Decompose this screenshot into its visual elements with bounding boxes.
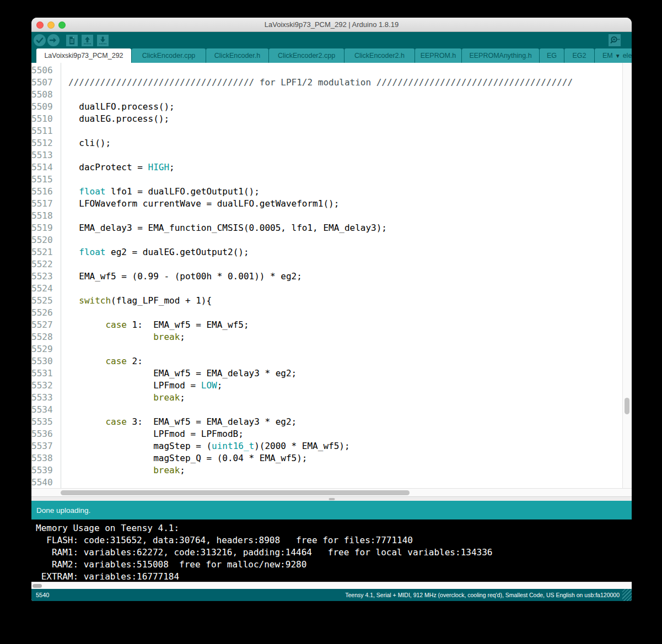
code-text: dualEG.process(); xyxy=(55,113,169,125)
code-line[interactable]: 5513 xyxy=(31,149,632,161)
code-line[interactable]: 5524 xyxy=(31,283,632,295)
window-title: LaVoixski9p73_PCM_292 | Arduino 1.8.19 xyxy=(31,18,632,31)
horizontal-scrollbar[interactable] xyxy=(31,488,632,496)
console-scrollbar-thumb[interactable] xyxy=(33,584,42,588)
code-line[interactable]: 5528 break; xyxy=(31,331,632,343)
code-line[interactable]: 5507/////////////////////////////////// … xyxy=(31,77,632,89)
code-text: float lfo1 = dualLFO.getOutput1(); xyxy=(55,186,260,198)
horizontal-scrollbar-thumb[interactable] xyxy=(61,490,410,495)
tab-EEPROMAnything.h[interactable]: EEPROMAnything.h xyxy=(462,48,539,63)
code-line[interactable]: 5525 switch(flag_LPF_mod + 1){ xyxy=(31,295,632,307)
code-text: switch(flag_LPF_mod + 1){ xyxy=(55,295,212,307)
code-line[interactable]: 5509 dualLFO.process(); xyxy=(31,101,632,113)
code-line[interactable]: 5508 xyxy=(31,89,632,101)
resize-grip[interactable] xyxy=(622,589,632,601)
code-line[interactable]: 5534 xyxy=(31,404,632,416)
code-text: break; xyxy=(55,392,185,404)
vertical-scrollbar[interactable] xyxy=(622,63,632,488)
code-line[interactable]: 5526 xyxy=(31,307,632,319)
maximize-button[interactable] xyxy=(58,21,66,29)
code-line[interactable]: 5538 magStep_Q = (0.04 * EMA_wf5); xyxy=(31,452,632,464)
code-line[interactable]: 5529 xyxy=(31,343,632,355)
open-up-arrow-icon xyxy=(82,35,93,46)
code-text: /////////////////////////////////// for … xyxy=(55,77,573,89)
code-line[interactable]: 5510 dualEG.process(); xyxy=(31,113,632,125)
tab-LaVoixski9p73_PCM_292[interactable]: LaVoixski9p73_PCM_292 xyxy=(36,48,131,63)
code-text: float eg2 = dualEG.getOutput2(); xyxy=(55,246,249,258)
code-text xyxy=(55,125,68,137)
code-line[interactable]: 5527 case 1: EMA_wf5 = EMA_wf5; xyxy=(31,319,632,331)
vertical-scrollbar-thumb[interactable] xyxy=(625,398,629,414)
tab-label: LaVoixski9p73_PCM_292 xyxy=(44,52,123,59)
line-number: 5507 xyxy=(31,77,55,89)
tab-label: ClickEncoder.cpp xyxy=(142,52,196,59)
tab-ClickEncoder.h[interactable]: ClickEncoder.h xyxy=(206,48,268,63)
tab-ClickEncoder.cpp[interactable]: ClickEncoder.cpp xyxy=(132,48,206,63)
splitter-grip-icon[interactable] xyxy=(329,498,335,500)
console-scrollbar[interactable] xyxy=(31,582,632,589)
current-line-indicator: 5540 xyxy=(36,592,49,598)
line-number: 5517 xyxy=(31,198,55,210)
code-line[interactable]: 5512 cli(); xyxy=(31,137,632,149)
code-line[interactable]: 5517 LFOWaveform currentWave = dualLFO.g… xyxy=(31,198,632,210)
tab-ClickEncoder2.cpp[interactable]: ClickEncoder2.cpp xyxy=(269,48,344,63)
save-button[interactable] xyxy=(97,35,109,46)
line-number: 5509 xyxy=(31,101,55,113)
code-line[interactable]: 5540 xyxy=(31,477,632,488)
code-line[interactable]: 5537 magStep = (uint16_t)(2000 * EMA_wf5… xyxy=(31,440,632,452)
close-button[interactable] xyxy=(36,21,44,29)
console-splitter[interactable] xyxy=(31,496,632,501)
open-button[interactable] xyxy=(82,35,93,46)
line-number: 5511 xyxy=(31,125,55,137)
code-line[interactable]: 5533 break; xyxy=(31,392,632,404)
line-number: 5518 xyxy=(31,210,55,222)
code-text: break; xyxy=(55,464,185,477)
gutter-separator xyxy=(61,63,61,488)
line-number: 5526 xyxy=(31,307,55,319)
console-line: Memory Usage on Teensy 4.1: xyxy=(36,522,632,534)
code-line[interactable]: 5536 LPFmod = LPFmodB; xyxy=(31,428,632,440)
code-line[interactable]: 5521 float eg2 = dualEG.getOutput2(); xyxy=(31,246,632,258)
console-line: RAM1: variables:62272, code:313216, padd… xyxy=(36,546,632,559)
tab-EM[interactable]: EM▼elect xyxy=(595,48,632,63)
code-line[interactable]: 5516 float lfo1 = dualLFO.getOutput1(); xyxy=(31,186,632,198)
tab-ClickEncoder2.h[interactable]: ClickEncoder2.h xyxy=(345,48,415,63)
tab-EG2[interactable]: EG2 xyxy=(564,48,594,63)
code-editor[interactable]: 55065507////////////////////////////////… xyxy=(31,63,632,488)
serial-monitor-button[interactable] xyxy=(609,34,621,46)
code-text: EMA_delay3 = EMA_function_CMSIS(0.0005, … xyxy=(55,222,387,234)
verify-button[interactable] xyxy=(34,34,46,46)
tab-bar: LaVoixski9p73_PCM_292ClickEncoder.cppCli… xyxy=(31,48,632,63)
tab-menu-arrow-icon[interactable]: ▼ xyxy=(615,53,621,59)
code-line[interactable]: 5515 xyxy=(31,174,632,186)
code-text: magStep_Q = (0.04 * EMA_wf5); xyxy=(55,452,307,464)
code-line[interactable]: 5530 case 2: xyxy=(31,355,632,367)
upload-button[interactable] xyxy=(47,34,60,46)
code-line[interactable]: 5535 case 3: EMA_wf5 = EMA_delay3 * eg2; xyxy=(31,416,632,428)
status-bar: Done uploading. xyxy=(31,501,632,519)
arduino-ide-window: LaVoixski9p73_PCM_292 | Arduino 1.8.19 xyxy=(31,18,632,601)
code-line[interactable]: 5519 EMA_delay3 = EMA_function_CMSIS(0.0… xyxy=(31,222,632,234)
code-line[interactable]: 5518 xyxy=(31,210,632,222)
code-line[interactable]: 5522 xyxy=(31,258,632,270)
code-line[interactable]: 5520 xyxy=(31,234,632,246)
tab-EEPROM.h[interactable]: EEPROM.h xyxy=(415,48,461,63)
code-line[interactable]: 5532 LPFmod = LOW; xyxy=(31,380,632,392)
code-line[interactable]: 5511 xyxy=(31,125,632,137)
code-line[interactable]: 5539 break; xyxy=(31,464,632,477)
tab-EG[interactable]: EG xyxy=(540,48,564,63)
line-number: 5510 xyxy=(31,113,55,125)
code-line[interactable]: 5531 EMA_wf5 = EMA_delay3 * eg2; xyxy=(31,367,632,380)
minimize-button[interactable] xyxy=(47,21,55,29)
code-text xyxy=(55,89,68,101)
code-text: case 1: EMA_wf5 = EMA_wf5; xyxy=(55,319,249,331)
console-line: EXTRAM: variables:16777184 xyxy=(36,571,632,582)
line-number: 5534 xyxy=(31,404,55,416)
code-line[interactable]: 5506 xyxy=(31,64,632,77)
new-sketch-button[interactable] xyxy=(66,35,78,46)
line-number: 5521 xyxy=(31,246,55,258)
code-line[interactable]: 5514 dacProtect = HIGH; xyxy=(31,161,632,174)
code-line[interactable]: 5523 EMA_wf5 = (0.99 - (pot00h * 0.001))… xyxy=(31,270,632,283)
line-number: 5539 xyxy=(31,464,55,477)
code-text: dualLFO.process(); xyxy=(55,101,175,113)
